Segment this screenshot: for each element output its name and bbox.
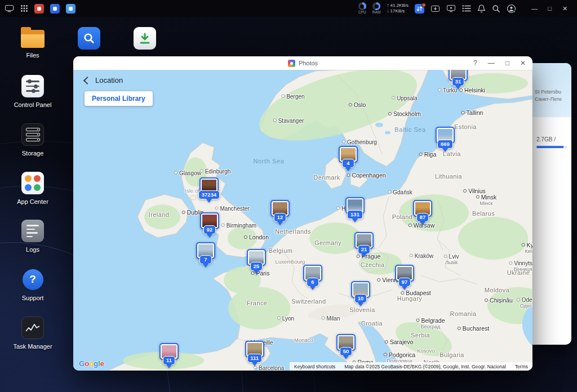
background-window[interactable]: St Petersbu Санкт-Пете 2.7GB / <box>532 63 571 345</box>
marker-tail <box>343 355 349 359</box>
magnifier-icon <box>78 27 100 50</box>
photo-cluster-marker[interactable]: 97 <box>392 265 417 290</box>
desktop-icon-label: Task Manager <box>13 343 52 350</box>
photo-count-badge: 21 <box>358 245 371 254</box>
photo-cluster-marker[interactable]: 12 <box>268 200 292 225</box>
network-upload-speed: ↑ 41.2KB/s <box>387 3 409 8</box>
photo-cluster-marker[interactable]: 37234 <box>197 177 221 203</box>
task-list-icon[interactable] <box>462 5 471 12</box>
terms-link[interactable]: Terms <box>515 364 528 369</box>
desktop-icon-control-panel[interactable]: Control Panel <box>7 75 58 108</box>
sliders-icon <box>21 75 44 97</box>
pinned-app-2-icon[interactable] <box>50 4 60 14</box>
network-speed[interactable]: ↑ 41.2KB/s ↓ 17KB/s <box>387 3 409 14</box>
user-account-icon[interactable] <box>507 4 516 14</box>
folder-icon <box>21 30 45 48</box>
close-button[interactable]: ✕ <box>557 0 572 17</box>
photo-count-badge: 7 <box>199 255 212 264</box>
window-maximize-icon[interactable]: □ <box>505 60 509 66</box>
desktop-icon-label: App Center <box>17 198 48 205</box>
desktop-icon-download-tool[interactable] <box>119 27 170 50</box>
photo-cluster-marker[interactable]: 87 <box>410 200 435 225</box>
photos-app-icon <box>288 60 295 67</box>
pinned-app-1-icon[interactable] <box>34 4 44 14</box>
map-viewport[interactable]: BergenOsloStavangerUppsalaStockholmTurku… <box>73 70 532 371</box>
photo-cluster-marker[interactable]: 21 <box>352 232 376 257</box>
photo-count-badge: 97 <box>398 278 411 287</box>
map-data-text: Map data ©2025 GeoBasis-DE/BKG (©2009), … <box>344 364 506 369</box>
map-label-st-petersburg: St Petersbu <box>535 89 561 95</box>
desktop-icon-label: Control Panel <box>14 101 52 108</box>
question-mark-icon: ? <box>21 268 44 291</box>
desktop-switch-icon[interactable] <box>5 4 14 13</box>
help-icon[interactable]: ? <box>473 60 477 66</box>
ram-gauge-label: RAM <box>372 11 380 15</box>
pinned-app-3-icon[interactable] <box>66 4 76 14</box>
marker-tail <box>352 219 358 222</box>
marker-tail <box>203 264 208 268</box>
window-minimize-icon[interactable]: — <box>488 60 495 66</box>
desktop-icon-app-center[interactable]: App Center <box>7 172 58 205</box>
file-transfer-icon[interactable] <box>415 4 424 14</box>
minimize-button[interactable]: — <box>527 0 542 17</box>
desktop-icon-support[interactable]: ? Support <box>7 268 58 301</box>
download-arrow-icon <box>134 27 156 50</box>
photo-count-badge: 11 <box>163 356 175 365</box>
marker-tail <box>252 362 258 366</box>
keyboard-shortcuts-link[interactable]: Keyboard shortcuts <box>294 364 335 369</box>
photo-cluster-marker[interactable]: 31 <box>446 70 471 90</box>
window-close-icon[interactable]: ✕ <box>520 60 526 66</box>
photo-cluster-marker[interactable]: 4 <box>336 146 361 171</box>
log-lines-icon <box>21 220 44 242</box>
background-window-map-area: St Petersbu Санкт-Пете <box>532 63 571 117</box>
photo-cluster-marker[interactable]: 131 <box>343 197 367 222</box>
photo-cluster-marker[interactable]: 669 <box>433 127 458 152</box>
photo-cluster-marker[interactable]: 111 <box>242 341 267 366</box>
maximize-button[interactable]: □ <box>542 0 557 17</box>
marker-tail <box>455 86 461 90</box>
personal-library-button[interactable]: Personal Library <box>85 91 153 106</box>
apps-grid-icon[interactable] <box>20 5 28 12</box>
photo-count-badge: 31 <box>452 77 465 86</box>
desktop-icon-label: Support <box>22 295 44 301</box>
desktop-icon-task-manager[interactable]: Task Manager <box>7 317 58 350</box>
remote-display-icon[interactable] <box>446 4 456 13</box>
marker-tail <box>254 270 259 274</box>
photo-cluster-marker[interactable]: 11 <box>157 343 181 368</box>
photo-cluster-marker[interactable]: 25 <box>244 249 269 274</box>
chevron-left-icon <box>83 76 91 84</box>
backup-icon[interactable] <box>430 4 440 14</box>
photo-cluster-marker[interactable]: 10 <box>348 281 373 306</box>
marker-tail <box>310 286 316 290</box>
marker-tail <box>345 167 351 171</box>
photo-count-badge: 669 <box>437 140 453 149</box>
photo-count-badge: 131 <box>347 210 363 219</box>
ram-gauge[interactable]: RAM <box>372 2 380 15</box>
photo-cluster-marker[interactable]: 50 <box>334 334 358 359</box>
network-download-speed: ↓ 17KB/s <box>387 8 409 14</box>
back-button[interactable]: Location <box>85 76 123 84</box>
marker-tail <box>442 148 448 152</box>
notification-dot <box>421 3 426 7</box>
marker-tail <box>207 234 212 238</box>
photo-cluster-marker[interactable]: 7 <box>193 242 218 268</box>
desktop-icon-search-tool[interactable] <box>64 27 114 50</box>
desktop-icon-logs[interactable]: Logs <box>7 220 58 253</box>
search-icon[interactable] <box>492 5 500 13</box>
photo-cluster-marker[interactable]: 6 <box>300 265 325 290</box>
photos-window: Photos ? — □ ✕ <box>73 56 532 371</box>
photo-count-badge: 92 <box>203 225 216 234</box>
activity-chart-icon <box>21 317 44 339</box>
cpu-gauge-label: CPU <box>358 11 366 15</box>
desktop-icon-files[interactable]: Files <box>7 27 58 59</box>
photo-cluster-marker[interactable]: 92 <box>197 212 222 238</box>
app-center-icon <box>21 172 44 194</box>
photo-count-badge: 12 <box>274 213 287 222</box>
cpu-gauge[interactable]: CPU <box>358 2 366 15</box>
photos-titlebar[interactable]: Photos ? — □ ✕ <box>73 56 532 70</box>
photo-count-badge: 37234 <box>198 190 220 199</box>
photo-count-badge: 4 <box>342 159 354 168</box>
taskbar: CPU RAM ↑ 41.2KB/s ↓ 17KB/s <box>0 0 577 17</box>
desktop-icon-storage[interactable]: Storage <box>7 123 58 157</box>
notifications-bell-icon[interactable] <box>477 4 486 13</box>
